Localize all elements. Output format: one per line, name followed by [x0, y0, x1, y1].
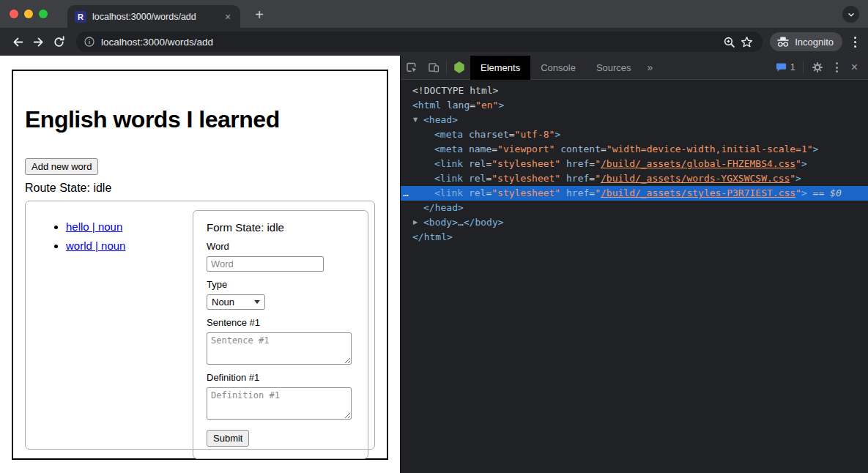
nodejs-hexagon-icon — [454, 62, 465, 73]
devtools-toolbar: Elements Console Sources » 1 — [401, 56, 868, 80]
reload-button[interactable] — [48, 31, 69, 52]
dom-tree-node[interactable]: <!DOCTYPE html> — [401, 83, 868, 98]
maximize-window-button[interactable] — [39, 10, 48, 18]
reload-icon — [53, 36, 65, 48]
add-word-form: Form State: idle Word Type Noun Sentence… — [193, 210, 368, 459]
page-title: English words I learned — [25, 106, 375, 133]
tab-close-icon[interactable]: × — [221, 10, 234, 23]
tab-sources[interactable]: Sources — [586, 56, 642, 80]
web-page: English words I learned Add new word Rou… — [0, 56, 400, 473]
list-item: hello | noun — [66, 220, 125, 233]
device-toolbar-button[interactable] — [423, 56, 445, 80]
incognito-label: Incognito — [795, 37, 834, 48]
more-tabs-button[interactable]: » — [642, 62, 659, 73]
close-window-button[interactable] — [10, 10, 18, 18]
traffic-lights — [10, 10, 48, 18]
sentence-textarea[interactable] — [207, 332, 352, 365]
word-list: hello | noun world | noun — [26, 220, 125, 258]
dom-tree-node[interactable]: <meta name="viewport" content="width=dev… — [401, 142, 868, 157]
node-devtools-button[interactable] — [448, 56, 470, 80]
submit-button[interactable]: Submit — [207, 430, 249, 447]
selected-node-gutter-dots: … — [403, 186, 408, 201]
dom-tree-node[interactable]: ▶<body>…</body> — [401, 215, 868, 230]
select-caret-icon — [254, 300, 260, 304]
dom-tree-node[interactable]: </head> — [401, 201, 868, 215]
dom-tree-node[interactable]: <link rel="stylesheet" href="/build/_ass… — [401, 157, 868, 171]
star-icon — [741, 36, 753, 48]
issues-count: 1 — [790, 62, 795, 72]
bookmark-star-button[interactable] — [738, 33, 755, 51]
info-icon[interactable] — [84, 36, 95, 48]
tab-console[interactable]: Console — [530, 56, 586, 80]
collapse-arrow-icon[interactable]: ▶ — [413, 215, 418, 230]
inspect-element-button[interactable] — [401, 56, 423, 80]
words-panel: hello | noun world | noun Form State: id… — [25, 201, 375, 450]
tab-search-button[interactable] — [842, 6, 859, 23]
forward-arrow-icon — [32, 36, 45, 48]
back-button[interactable] — [7, 31, 28, 52]
tab-strip: R localhost:3000/words/add × + — [0, 0, 868, 28]
type-select[interactable]: Noun — [207, 294, 265, 310]
chevron-down-icon — [846, 10, 856, 20]
zoom-magnifier-icon — [723, 36, 735, 48]
dom-tree-node[interactable]: </html> — [401, 230, 868, 245]
form-state-text: Form State: idle — [207, 221, 355, 234]
minimize-window-button[interactable] — [24, 10, 33, 18]
route-state-text: Route State: idle — [25, 182, 375, 195]
browser-window: R localhost:3000/words/add × + — [0, 0, 868, 473]
app-container: English words I learned Add new word Rou… — [12, 70, 388, 460]
gear-icon — [812, 62, 823, 73]
word-label: Word — [207, 241, 355, 252]
elements-tree: <!DOCTYPE html><html lang="en">▼<head><m… — [401, 80, 868, 245]
url-text[interactable]: localhost:3000/words/add — [101, 37, 720, 48]
type-label: Type — [207, 279, 355, 290]
device-toolbar-icon — [428, 62, 439, 73]
type-select-value: Noun — [212, 297, 234, 308]
dom-tree-node[interactable]: <link rel="stylesheet" href="/build/_ass… — [401, 171, 868, 186]
tab-elements[interactable]: Elements — [470, 56, 530, 80]
address-bar[interactable]: localhost:3000/words/add — [76, 31, 763, 52]
message-bubble-icon — [776, 62, 787, 72]
new-tab-button[interactable]: + — [249, 4, 270, 25]
toolbar-separator — [803, 61, 804, 74]
browser-tab[interactable]: R localhost:3000/words/add × — [67, 5, 240, 28]
remix-favicon: R — [75, 11, 86, 23]
browser-menu-button[interactable] — [850, 37, 861, 48]
dom-tree-node[interactable]: ▼<head> — [401, 113, 868, 127]
definition-textarea[interactable] — [207, 387, 352, 420]
inspect-cursor-icon — [406, 62, 418, 73]
issues-counter[interactable]: 1 — [771, 62, 800, 72]
devtools-menu-button[interactable] — [830, 62, 844, 72]
browser-toolbar: localhost:3000/words/add — [0, 28, 868, 56]
zoom-button[interactable] — [720, 33, 738, 51]
sentence-label: Sentence #1 — [207, 317, 355, 328]
forward-button[interactable] — [28, 31, 48, 52]
word-link-hello[interactable]: hello | noun — [66, 220, 122, 233]
devtools-close-button[interactable]: × — [845, 61, 864, 74]
tab-title: localhost:3000/words/add — [92, 12, 221, 22]
word-input[interactable] — [207, 256, 324, 272]
add-word-button[interactable]: Add new word — [25, 158, 98, 175]
dom-tree-node[interactable]: …<link rel="stylesheet" href="/build/_as… — [401, 186, 868, 201]
devtools-panel: Elements Console Sources » 1 — [400, 56, 868, 473]
incognito-spy-icon — [776, 37, 790, 48]
expand-arrow-icon[interactable]: ▼ — [413, 113, 418, 127]
definition-label: Definition #1 — [207, 372, 355, 383]
dom-tree-node[interactable]: <html lang="en"> — [401, 98, 868, 113]
toolbar-separator — [446, 61, 447, 74]
dom-tree-node[interactable]: <meta charset="utf-8"> — [401, 127, 868, 142]
devtools-settings-button[interactable] — [806, 56, 828, 80]
list-item: world | noun — [66, 239, 125, 252]
content-area: English words I learned Add new word Rou… — [0, 56, 868, 473]
incognito-badge: Incognito — [770, 32, 842, 51]
back-arrow-icon — [12, 36, 24, 48]
word-link-world[interactable]: world | noun — [66, 239, 125, 252]
